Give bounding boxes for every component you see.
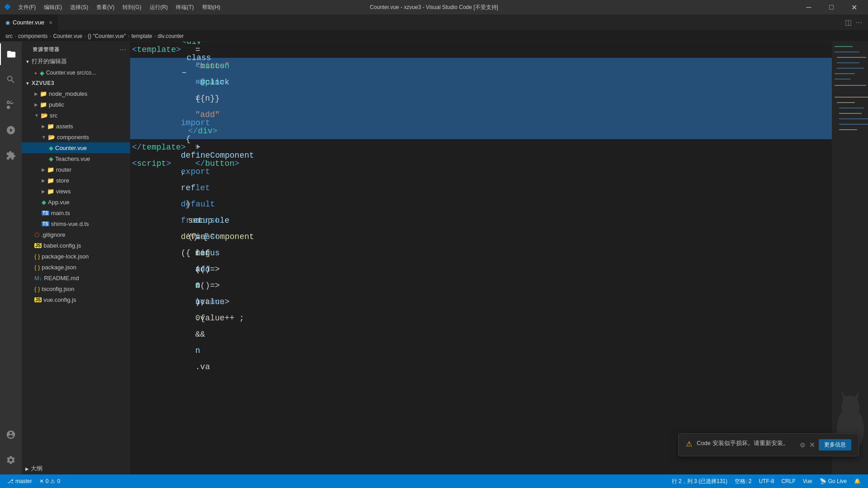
folder-open-icon-components: ▼ (42, 135, 46, 140)
sidebar-item-label-app-vue: App.vue (48, 199, 70, 206)
go-live-label: Go Live (828, 478, 847, 484)
svg-rect-4 (837, 68, 864, 69)
menu-help[interactable]: 帮助(H) (198, 3, 224, 12)
code-token: @click (195, 78, 230, 87)
sidebar-item-package-lock[interactable]: { } package-lock.json (22, 251, 130, 262)
menu-terminal[interactable]: 终端(T) (172, 3, 197, 12)
activity-search[interactable] (0, 69, 22, 90)
notification-gear-icon[interactable]: ⚙ (800, 441, 806, 449)
sidebar-item-vue-config[interactable]: JS vue.config.js (22, 294, 130, 305)
window-title: Counter.vue - xzvue3 - Visual Studio Cod… (370, 4, 498, 11)
sidebar-item-components[interactable]: ▼ 📂 components (22, 131, 130, 142)
menu-view[interactable]: 查看(V) (93, 3, 118, 12)
status-errors[interactable]: ✕ 0 ⚠ 0 (36, 474, 64, 488)
menu-goto[interactable]: 转到(G) (119, 3, 145, 12)
sidebar-item-teachers-vue[interactable]: ◆ Teachers.vue (22, 153, 130, 164)
sidebar-item-public[interactable]: ▶ 📁 public (22, 99, 130, 110)
maximize-button[interactable]: □ (821, 0, 842, 14)
activity-bar-bottom (0, 424, 22, 474)
folder-collapsed-icon-public: ▶ (34, 102, 38, 107)
status-indent[interactable]: 空格: 2 (731, 474, 755, 488)
tab-counter-vue[interactable]: ◉ Counter.vue × (0, 14, 58, 31)
status-bar: ⎇ master ✕ 0 ⚠ 0 行 2，列 3 (已选择131) 空格: 2 … (0, 474, 868, 488)
code-editor[interactable]: 1 <template> 2 | <div class = "counter" … (130, 42, 832, 474)
activity-settings[interactable] (0, 449, 22, 471)
sidebar-item-label-counter-vue: Counter.vue (55, 145, 87, 151)
status-language[interactable]: Vue (799, 474, 816, 488)
svg-rect-9 (835, 97, 868, 98)
breadcrumb-div-counter[interactable]: div.counter (158, 33, 184, 39)
status-errors-count: 0 (46, 478, 49, 484)
sidebar-item-label-src: src (50, 112, 57, 119)
menu-file[interactable]: 文件(F) (14, 3, 39, 12)
menu-edit[interactable]: 编辑(E) (40, 3, 66, 12)
sidebar-item-src[interactable]: ▼ 📂 src (22, 110, 130, 121)
open-editors-section[interactable]: ▼ 打开的编辑器 (22, 56, 130, 67)
breadcrumb-counter-vue[interactable]: Counter.vue (53, 33, 82, 39)
folder-collapsed-icon-store: ▶ (42, 178, 45, 183)
menu-select[interactable]: 选择(S) (66, 3, 92, 12)
breadcrumb-components[interactable]: components (18, 33, 47, 39)
folder-icon-store: 📁 (47, 177, 54, 184)
sidebar: 资源管理器 ⋯ ▼ 打开的编辑器 ● ◆ Counter.vue src/co.… (22, 42, 130, 474)
sidebar-item-store[interactable]: ▶ 📁 store (22, 175, 130, 186)
sidebar-item-main-ts[interactable]: TS main.ts (22, 207, 130, 218)
status-spaces: 空格: 2 (735, 478, 751, 485)
sidebar-item-label-package-json: package.json (42, 264, 76, 271)
editor-layout-icon[interactable]: ◫ (845, 18, 852, 27)
activity-debug[interactable] (0, 119, 22, 141)
sidebar-item-counter-vue[interactable]: ◆ Counter.vue (22, 142, 130, 153)
editor-area: 1 <template> 2 | <div class = "counter" … (130, 42, 868, 474)
sidebar-more-icon[interactable]: ⋯ (119, 45, 127, 54)
sidebar-item-views[interactable]: ▶ 📁 views (22, 186, 130, 197)
notification-close-icon[interactable]: ✕ (809, 441, 815, 449)
code-token: { (181, 135, 195, 144)
code-token: { (195, 314, 205, 323)
folder-collapsed-icon: ▶ (34, 91, 38, 96)
activity-extensions[interactable] (0, 145, 22, 166)
js-icon-vue-config: JS (34, 297, 42, 302)
code-token: let (195, 183, 210, 192)
breadcrumb-file-symbol[interactable]: {} "Counter.vue" (88, 33, 126, 39)
status-encoding[interactable]: UTF-8 (755, 474, 778, 488)
breadcrumb-src[interactable]: src (5, 33, 13, 39)
project-section[interactable]: ▼ XZVUE3 (22, 78, 130, 88)
close-button[interactable]: ✕ (844, 0, 864, 14)
activity-source-control[interactable] (0, 94, 22, 116)
breadcrumb-template[interactable]: template (132, 33, 152, 39)
outline-section[interactable]: ▶ 大纲 (22, 463, 130, 474)
open-editor-counter-vue[interactable]: ● ◆ Counter.vue src/co... (22, 67, 130, 78)
sidebar-item-label-assets: assets (56, 123, 73, 130)
status-line-ending[interactable]: CRLF (778, 474, 799, 488)
sidebar-item-readme[interactable]: M↓ README.md (22, 272, 130, 283)
sidebar-item-label-vue-config: vue.config.js (43, 296, 76, 303)
status-warnings-count: 0 (57, 478, 60, 484)
sidebar-item-label-components: components (57, 134, 89, 141)
sidebar-item-package-json[interactable]: { } package.json (22, 262, 130, 272)
open-editors-label: 打开的编辑器 (32, 57, 67, 66)
status-branch[interactable]: ⎇ master (4, 474, 36, 488)
more-actions-icon[interactable]: ⋯ (855, 18, 863, 27)
sidebar-item-router[interactable]: ▶ 📁 router (22, 164, 130, 175)
status-crlf: CRLF (781, 478, 795, 484)
code-line-16: 16 const minus =()=> n .value> 0 && n .v… (130, 286, 832, 302)
sidebar-item-app-vue[interactable]: ◆ App.vue (22, 197, 130, 207)
sidebar-item-node-modules[interactable]: ▶ 📁 node_modules (22, 88, 130, 99)
folder-icon-components: 📂 (48, 134, 55, 141)
vue-icon-counter: ◆ (49, 145, 53, 151)
menu-run[interactable]: 运行(R) (146, 3, 172, 12)
sidebar-item-gitignore[interactable]: ⬡ .gitignore (22, 229, 130, 240)
sidebar-item-shims-vue[interactable]: TS shims-vue.d.ts (22, 218, 130, 229)
sidebar-item-babel-config[interactable]: JS babel.config.js (22, 240, 130, 251)
status-notifications[interactable]: 🔔 (850, 474, 864, 488)
notification-more-info-button[interactable]: 更多信息 (819, 439, 851, 450)
activity-account[interactable] (0, 424, 22, 446)
activity-explorer[interactable] (0, 43, 22, 65)
go-live-button[interactable]: 📡 Go Live (816, 474, 850, 488)
status-position[interactable]: 行 2，列 3 (已选择131) (668, 474, 731, 488)
sidebar-item-assets[interactable]: ▶ 📁 assets (22, 121, 130, 131)
minimize-button[interactable]: ─ (798, 0, 819, 14)
folder-collapsed-icon-router: ▶ (42, 167, 45, 172)
sidebar-item-tsconfig[interactable]: { } tsconfig.json (22, 283, 130, 294)
tab-close-icon[interactable]: × (49, 19, 52, 26)
